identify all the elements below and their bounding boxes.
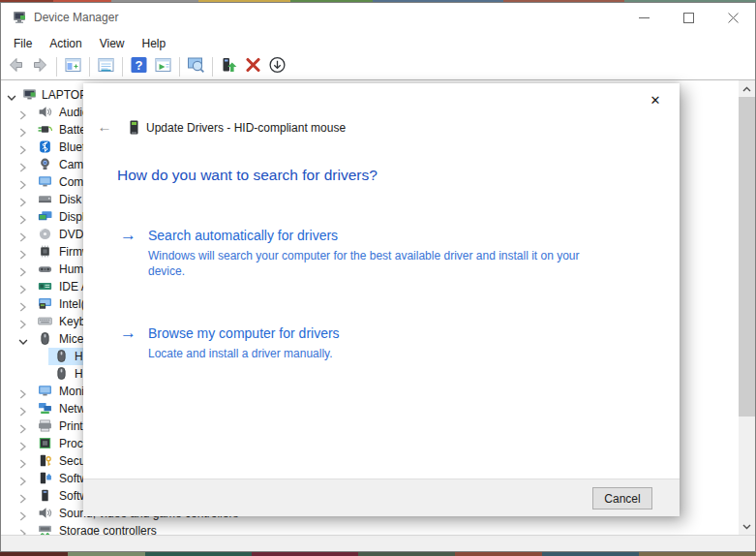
toolbar-separator [122,57,123,77]
storage-icon [38,524,52,535]
tree-item-storage-controllers[interactable]: Storage controllers [1,522,739,535]
dialog-header: ← Update Drivers - HID-compliant mouse [95,118,641,138]
audio-icon [38,106,52,118]
software-component-icon [38,472,52,484]
toolbar-button-show-console-tree[interactable] [61,55,85,78]
chevron-right-icon[interactable] [18,386,27,396]
chevron-down-icon[interactable] [18,334,27,344]
chevron-right-icon[interactable] [18,439,27,448]
option-description: Locate and install a driver manually. [148,346,615,361]
chevron-right-icon[interactable] [18,142,27,152]
chevron-right-icon[interactable] [18,491,27,501]
chevron-right-icon[interactable] [18,125,27,135]
chevron-right-icon[interactable] [18,474,27,483]
scrollbar-thumb[interactable] [739,97,755,417]
menu-item-help[interactable]: Help [134,34,175,53]
chevron-right-icon[interactable] [18,230,27,239]
cancel-button[interactable]: Cancel [592,487,652,510]
toolbar-button-forward[interactable] [28,55,52,78]
chevron-right-icon[interactable] [18,299,27,309]
minimize-button[interactable] [621,3,666,32]
update-drivers-dialog: ✕ ← Update Drivers - HID-compliant mouse… [83,83,680,516]
disk-icon [38,193,52,205]
arrow-right-icon: → [120,324,136,343]
vertical-scrollbar[interactable] [739,80,755,535]
chevron-right-icon[interactable] [18,317,27,326]
chevron-right-icon[interactable] [18,509,27,518]
close-icon: ✕ [650,93,661,108]
toolbar-button-help[interactable]: ? [127,55,151,78]
update-driver-icon [219,55,239,78]
chevron-right-icon[interactable] [18,212,27,222]
firmware-icon [38,245,52,258]
svg-text:?: ? [136,58,143,73]
scroll-down-button[interactable] [739,518,755,535]
option-title[interactable]: Search automatically for drivers [148,228,338,243]
toolbar-button-scan-hardware-changes[interactable] [184,55,208,78]
chevron-right-icon[interactable] [18,456,27,466]
toolbar-button-export-list[interactable] [151,55,175,78]
chevron-right-icon[interactable] [18,160,27,170]
battery-icon [38,123,52,136]
option-description: Windows will search your computer for th… [148,248,615,279]
toolbar: ? [1,54,755,80]
toolbar-separator [89,57,90,77]
show-console-tree-icon [63,55,83,78]
keyboard-icon [38,315,52,327]
hid-icon [38,263,52,275]
tree-item-label: Storage controllers [59,522,157,535]
export-list-icon [153,55,173,78]
scroll-up-button[interactable] [739,80,755,97]
window-controls [621,3,755,32]
chevron-right-icon[interactable] [18,282,27,292]
disable-device-icon [267,55,287,78]
close-icon [728,13,739,23]
camera-icon [38,158,52,170]
chevron-right-icon[interactable] [18,264,27,274]
window-title: Device Manager [34,11,118,24]
dialog-footer: Cancel [83,479,680,516]
chevron-right-icon[interactable] [18,247,27,257]
chevron-right-icon[interactable] [18,195,27,204]
uninstall-device-icon [243,55,263,78]
scan-hardware-changes-icon [186,55,206,78]
printer-icon [38,419,52,432]
toolbar-separator [212,57,213,77]
chevron-down-icon[interactable] [7,90,15,100]
minimize-icon [639,13,650,23]
maximize-button[interactable] [666,3,711,32]
device-manager-window: Device Manager FileActionViewHelp ? LAPT… [0,2,756,552]
monitor-icon [38,175,52,188]
toolbar-separator [56,57,57,77]
toolbar-button-uninstall-device[interactable] [241,55,265,78]
tree-item-label: LAPTOP [42,86,87,104]
back-icon [6,55,26,78]
monitor-icon [38,385,52,397]
desktop-strip-bottom [0,552,756,556]
close-button[interactable] [711,3,755,32]
chevron-up-icon [742,86,751,92]
chevron-right-icon[interactable] [18,421,27,431]
help-icon: ? [129,55,149,78]
chevron-right-icon[interactable] [18,526,27,535]
chevron-down-icon [742,524,751,530]
toolbar-button-update-driver[interactable] [217,55,241,78]
dvd-icon [38,228,52,240]
toolbar-button-disable-device[interactable] [265,55,289,78]
option-title[interactable]: Browse my computer for drivers [148,325,340,341]
menu-item-view[interactable]: View [91,34,134,53]
dialog-title: Update Drivers - HID-compliant mouse [146,121,346,135]
mouse-icon [54,367,69,380]
toolbar-button-back[interactable] [4,55,28,78]
device-manager-app-icon [12,10,27,25]
chevron-right-icon[interactable] [18,108,27,117]
menu-item-file[interactable]: File [5,34,41,53]
toolbar-button-properties[interactable] [94,55,118,78]
chevron-right-icon[interactable] [18,404,27,414]
forward-icon [30,55,50,78]
chevron-right-icon[interactable] [18,177,27,187]
menu-item-action[interactable]: Action [41,34,90,53]
dialog-back-button[interactable]: ← [95,118,114,138]
properties-icon [96,55,116,78]
dialog-close-button[interactable]: ✕ [647,91,664,108]
